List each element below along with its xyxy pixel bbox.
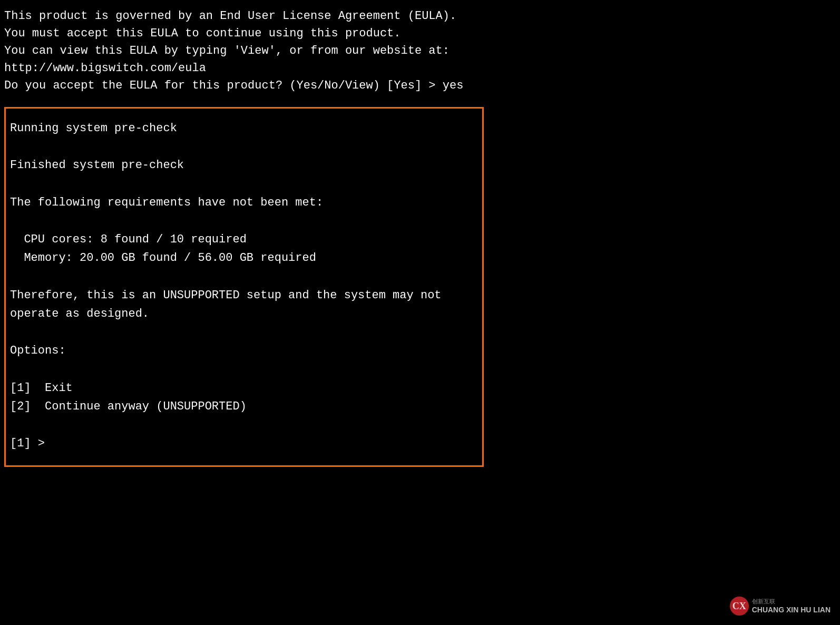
top-line-5: http://www.bigswitch.com/eula	[4, 60, 836, 77]
terminal-container: This product is governed by an End User …	[0, 0, 840, 472]
box-empty-4	[10, 268, 474, 286]
top-line-4: You can view this EULA by typing 'View',…	[4, 42, 836, 60]
box-line-5: The following requirements have not been…	[10, 193, 474, 212]
top-line-1: This product is governed by an End User …	[4, 7, 836, 25]
box-empty-3	[10, 212, 474, 230]
top-line-2: You must accept this EULA to continue us…	[4, 25, 836, 42]
box-line-3: Finished system pre-check	[10, 156, 474, 174]
box-prompt[interactable]: [1] >	[10, 434, 474, 453]
box-line-16: [2] Continue anyway (UNSUPPORTED)	[10, 397, 474, 416]
box-line-10: Therefore, this is an UNSUPPORTED setup …	[10, 286, 474, 305]
box-empty-5	[10, 323, 474, 341]
box-line-1: Running system pre-check	[10, 119, 474, 138]
watermark-text-block: 创新互联 CHUANG XIN HU LIAN	[752, 598, 831, 614]
top-line-7: Do you accept the EULA for this product?…	[4, 77, 836, 94]
top-section: This product is governed by an End User …	[4, 5, 836, 103]
watermark-pinyin: CHUANG XIN HU LIAN	[752, 605, 831, 614]
box-empty-1	[10, 138, 474, 156]
box-empty-6	[10, 360, 474, 378]
box-line-15: [1] Exit	[10, 379, 474, 397]
box-line-8: Memory: 20.00 GB found / 56.00 GB requir…	[10, 249, 474, 267]
box-empty-2	[10, 175, 474, 193]
box-line-11: operate as designed.	[10, 305, 474, 323]
box-empty-7	[10, 416, 474, 434]
watermark-chinese: 创新互联	[752, 598, 831, 605]
box-line-13: Options:	[10, 341, 474, 360]
watermark-icon: CX	[730, 597, 749, 616]
watermark: CX 创新互联 CHUANG XIN HU LIAN	[730, 597, 831, 616]
warning-box: Running system pre-check Finished system…	[4, 107, 484, 467]
box-line-7: CPU cores: 8 found / 10 required	[10, 230, 474, 249]
